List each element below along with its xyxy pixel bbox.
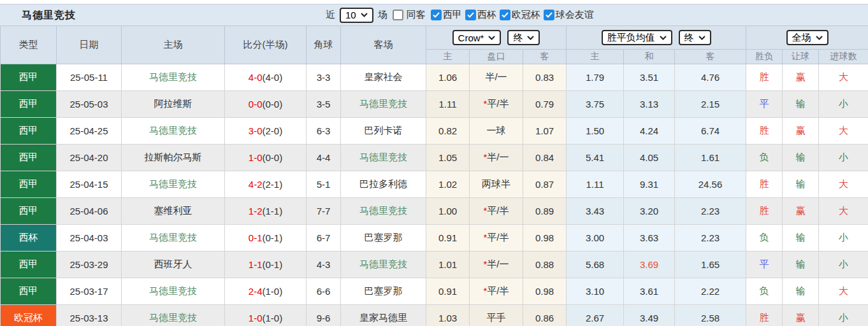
handicap-line: 平手 (487, 312, 506, 323)
result-wdl: 负 (746, 278, 783, 305)
filter-label: 欧冠杯 (512, 9, 540, 21)
avg-odds-time-select[interactable]: 终 (679, 30, 711, 45)
result-goals: 小 (819, 305, 868, 326)
sub-header-result-goals: 进球数 (819, 50, 868, 64)
avg-away-odds: 1.61 (675, 145, 746, 171)
halftime-score: (0-1) (263, 232, 283, 243)
result-goals: 小 (819, 225, 868, 252)
same-venue-filter: 同客 (393, 9, 428, 21)
result-handicap: 输 (783, 171, 819, 198)
avg-away-odds: 2.23 (675, 198, 746, 225)
handicap-cell: 两球半 (470, 171, 523, 198)
result-handicap: 赢 (783, 305, 819, 326)
avg-home-odds: 2.67 (567, 305, 624, 326)
away-team: 马德里竞技 (341, 198, 426, 225)
score-cell: 4-0(4-0) (225, 64, 307, 91)
company-odds-time-select[interactable]: 终 (507, 30, 540, 45)
avg-draw-odds: 3.61 (624, 278, 675, 305)
col-header-home: 主场 (122, 26, 225, 64)
avg-home-odds: 3.75 (567, 91, 624, 118)
odds-company-select[interactable]: Crow* (452, 30, 502, 45)
result-goals: 小 (819, 252, 868, 278)
crown-home-odds: 1.03 (426, 305, 470, 326)
away-team: 巴塞罗那 (341, 278, 426, 305)
same-venue-label: 同客 (407, 9, 426, 21)
ucl-filter-checkbox[interactable] (500, 10, 510, 20)
score-cell: 4-2(2-1) (225, 171, 307, 198)
league-badge: 西甲 (1, 145, 56, 171)
fulltime-score: 1-0 (249, 152, 263, 163)
col-header-corners: 角球 (307, 26, 341, 64)
halftime-score: (1-0) (263, 313, 283, 323)
league-badge: 西甲 (1, 118, 56, 144)
sub-header-result-wdl: 胜负 (746, 50, 783, 64)
avg-away-odds: 6.74 (675, 118, 746, 145)
handicap-cell: *平/半 (470, 225, 523, 252)
fulltime-score: 0-1 (249, 232, 263, 243)
avg-odds-select[interactable]: 胜平负均值 (602, 30, 672, 45)
near-label: 近 (326, 9, 335, 21)
home-team: 马德里竞技 (122, 305, 225, 326)
fulltime-score: 1-1 (249, 259, 263, 270)
crown-away-odds: 0.79 (523, 91, 567, 118)
crown-away-odds: 0.84 (523, 145, 567, 171)
handicap-line: 一球 (487, 125, 506, 136)
result-wdl: 负 (746, 145, 783, 171)
corners-value: 3-5 (307, 91, 341, 118)
filter-label: 西甲 (443, 9, 462, 21)
check-icon (546, 12, 553, 18)
filter-item-friendly: 球会友谊 (544, 9, 594, 21)
avg-away-odds: 24.56 (675, 171, 746, 198)
halftime-score: (2-0) (263, 125, 283, 136)
result-wdl: 平 (746, 252, 783, 278)
chevron-down-icon (698, 36, 705, 40)
halftime-score: (2-1) (263, 179, 283, 190)
crown-home-odds: 1.05 (426, 145, 470, 171)
chevron-down-icon (816, 36, 823, 40)
match-row: 欧冠杯 25-03-13 马德里竞技 1-0(1-0) 9-6 皇家马德里 1.… (1, 305, 868, 326)
fulltime-score: 1-2 (249, 206, 263, 216)
avg-odds-time-value: 终 (684, 32, 694, 44)
result-wdl: 负 (746, 225, 783, 252)
result-goals: 大 (819, 278, 868, 305)
copa-filter-checkbox[interactable] (465, 10, 476, 20)
handicap-line: 半/一 (485, 71, 507, 82)
away-team: 马德里竞技 (341, 91, 426, 118)
col-header-type: 类型 (1, 26, 57, 64)
handicap-cell: 一球 (470, 118, 523, 145)
avg-home-odds: 1.11 (567, 171, 624, 198)
same-venue-checkbox[interactable] (393, 10, 403, 20)
result-goals: 大 (819, 198, 868, 225)
league-badge: 西杯 (1, 225, 56, 251)
league-badge: 西甲 (1, 64, 56, 90)
scope-select[interactable]: 全场 (786, 30, 828, 45)
sub-header-avg-home: 主 (567, 50, 624, 64)
halftime-score: (1-1) (263, 206, 283, 216)
away-team: 马德里竞技 (341, 145, 426, 171)
avg-draw-odds: 3.51 (624, 64, 675, 91)
company-odds-time-value: 终 (513, 32, 523, 44)
crown-home-odds: 1.02 (426, 171, 470, 198)
result-goals: 小 (819, 91, 868, 118)
liga-filter-checkbox[interactable] (431, 10, 442, 20)
match-date: 25-04-15 (57, 171, 122, 198)
halftime-score: (4-0) (263, 72, 283, 83)
avg-home-odds: 3.10 (567, 278, 624, 305)
crown-away-odds: 0.87 (523, 171, 567, 198)
recent-count-select[interactable]: 10 (340, 8, 373, 23)
result-goals: 大 (819, 118, 868, 145)
corners-value: 4-3 (307, 252, 341, 278)
chevron-down-icon (361, 13, 368, 17)
avg-home-odds: 3.00 (567, 225, 624, 252)
filter-label: 球会友谊 (556, 9, 594, 21)
avg-draw-odds: 9.31 (624, 171, 675, 198)
friendly-filter-checkbox[interactable] (544, 10, 554, 20)
match-row: 西甲 25-05-11 马德里竞技 4-0(4-0) 3-3 皇家社会 1.06… (1, 64, 868, 91)
match-date: 25-04-25 (57, 118, 122, 145)
league-badge: 西甲 (1, 198, 56, 224)
away-team: 巴塞罗那 (341, 225, 426, 252)
fulltime-score: 0-0 (249, 99, 263, 110)
result-handicap: 输 (783, 252, 819, 278)
match-row: 西甲 25-03-29 西班牙人 1-1(0-1) 4-3 马德里竞技 1.01… (1, 252, 868, 278)
filter-item-ucl: 欧冠杯 (500, 9, 540, 21)
